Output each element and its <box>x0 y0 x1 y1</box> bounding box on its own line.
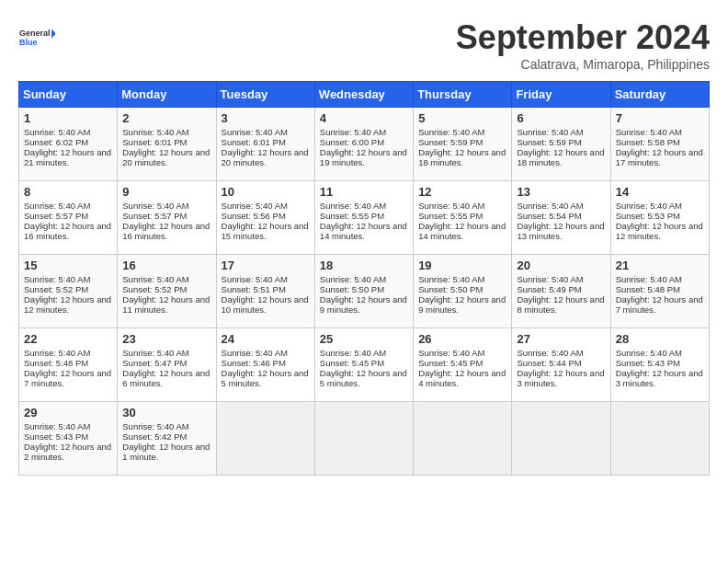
day-number: 10 <box>222 185 310 199</box>
sunrise-label: Sunrise: 5:40 AM <box>24 201 90 211</box>
day-number: 13 <box>517 185 605 199</box>
sunset-label: Sunset: 5:44 PM <box>517 358 581 368</box>
daylight-label: Daylight: 12 hours and 14 minutes. <box>320 221 407 241</box>
sunrise-label: Sunrise: 5:40 AM <box>222 201 288 211</box>
sunset-label: Sunset: 5:46 PM <box>222 358 286 368</box>
sunset-label: Sunset: 5:58 PM <box>616 137 680 147</box>
day-number: 2 <box>122 111 210 125</box>
title-block: September 2024 Calatrava, Mimaropa, Phil… <box>456 18 710 72</box>
daylight-label: Daylight: 12 hours and 13 minutes. <box>517 221 604 241</box>
daylight-label: Daylight: 12 hours and 21 minutes. <box>24 147 111 167</box>
sunrise-label: Sunrise: 5:40 AM <box>122 421 188 431</box>
logo-icon: General Blue <box>18 18 55 55</box>
calendar-day-cell: 25 Sunrise: 5:40 AM Sunset: 5:45 PM Dayl… <box>314 328 413 402</box>
calendar-day-cell: 29 Sunrise: 5:40 AM Sunset: 5:43 PM Dayl… <box>19 402 118 476</box>
sunset-label: Sunset: 5:48 PM <box>616 284 680 294</box>
calendar-table: SundayMondayTuesdayWednesdayThursdayFrid… <box>18 81 710 476</box>
sunset-label: Sunset: 5:48 PM <box>24 358 88 368</box>
sunrise-label: Sunrise: 5:40 AM <box>222 274 288 284</box>
daylight-label: Daylight: 12 hours and 5 minutes. <box>222 368 309 388</box>
day-number: 16 <box>122 259 210 272</box>
sunrise-label: Sunrise: 5:40 AM <box>517 274 583 284</box>
day-number: 30 <box>122 406 210 419</box>
day-number: 14 <box>616 185 704 199</box>
daylight-label: Daylight: 12 hours and 9 minutes. <box>320 294 407 315</box>
calendar-day-cell: 8 Sunrise: 5:40 AM Sunset: 5:57 PM Dayli… <box>19 181 118 255</box>
day-number: 3 <box>222 111 310 125</box>
sunrise-label: Sunrise: 5:40 AM <box>418 274 484 284</box>
calendar-header-cell: Monday <box>118 82 216 108</box>
sunrise-label: Sunrise: 5:40 AM <box>24 127 90 137</box>
day-number: 9 <box>122 185 210 199</box>
daylight-label: Daylight: 12 hours and 7 minutes. <box>24 368 111 388</box>
calendar-day-cell: 28 Sunrise: 5:40 AM Sunset: 5:43 PM Dayl… <box>610 328 709 402</box>
day-number: 12 <box>418 185 506 199</box>
calendar-day-cell: 3 Sunrise: 5:40 AM Sunset: 6:01 PM Dayli… <box>216 108 314 181</box>
calendar-day-cell: 20 Sunrise: 5:40 AM Sunset: 5:49 PM Dayl… <box>512 255 610 328</box>
calendar-day-cell: 23 Sunrise: 5:40 AM Sunset: 5:47 PM Dayl… <box>118 328 216 402</box>
calendar-day-cell: 26 Sunrise: 5:40 AM Sunset: 5:45 PM Dayl… <box>414 328 512 402</box>
day-number: 5 <box>418 111 506 125</box>
calendar-day-cell: 14 Sunrise: 5:40 AM Sunset: 5:53 PM Dayl… <box>610 181 709 255</box>
calendar-day-cell: 5 Sunrise: 5:40 AM Sunset: 5:59 PM Dayli… <box>414 108 512 181</box>
logo: General Blue <box>18 18 55 55</box>
daylight-label: Daylight: 12 hours and 11 minutes. <box>122 294 210 315</box>
daylight-label: Daylight: 12 hours and 17 minutes. <box>616 147 703 167</box>
calendar-week-row: 15 Sunrise: 5:40 AM Sunset: 5:52 PM Dayl… <box>19 255 710 328</box>
sunset-label: Sunset: 5:55 PM <box>320 211 384 221</box>
sunrise-label: Sunrise: 5:40 AM <box>222 127 288 137</box>
daylight-label: Daylight: 12 hours and 5 minutes. <box>320 368 407 388</box>
daylight-label: Daylight: 12 hours and 7 minutes. <box>616 294 703 315</box>
daylight-label: Daylight: 12 hours and 12 minutes. <box>24 294 111 315</box>
calendar-day-cell: 11 Sunrise: 5:40 AM Sunset: 5:55 PM Dayl… <box>314 181 413 255</box>
day-number: 23 <box>122 332 210 346</box>
day-number: 26 <box>418 332 506 346</box>
sunset-label: Sunset: 5:50 PM <box>320 284 384 294</box>
calendar-day-cell <box>216 402 314 476</box>
daylight-label: Daylight: 12 hours and 16 minutes. <box>24 221 111 241</box>
calendar-day-cell: 13 Sunrise: 5:40 AM Sunset: 5:54 PM Dayl… <box>512 181 610 255</box>
calendar-day-cell: 1 Sunrise: 5:40 AM Sunset: 6:02 PM Dayli… <box>19 108 118 181</box>
sunrise-label: Sunrise: 5:40 AM <box>616 348 682 358</box>
calendar-day-cell <box>512 402 610 476</box>
daylight-label: Daylight: 12 hours and 4 minutes. <box>418 368 506 388</box>
sunrise-label: Sunrise: 5:40 AM <box>517 201 583 211</box>
day-number: 19 <box>418 259 506 272</box>
sunset-label: Sunset: 5:53 PM <box>616 211 680 221</box>
sunrise-label: Sunrise: 5:40 AM <box>320 348 386 358</box>
daylight-label: Daylight: 12 hours and 20 minutes. <box>222 147 309 167</box>
sunset-label: Sunset: 5:56 PM <box>222 211 286 221</box>
day-number: 1 <box>24 111 112 125</box>
sunrise-label: Sunrise: 5:40 AM <box>122 274 188 284</box>
calendar-week-row: 8 Sunrise: 5:40 AM Sunset: 5:57 PM Dayli… <box>19 181 710 255</box>
sunset-label: Sunset: 6:00 PM <box>320 137 384 147</box>
daylight-label: Daylight: 12 hours and 8 minutes. <box>517 294 604 315</box>
calendar-day-cell: 15 Sunrise: 5:40 AM Sunset: 5:52 PM Dayl… <box>19 255 118 328</box>
daylight-label: Daylight: 12 hours and 14 minutes. <box>418 221 506 241</box>
calendar-header-cell: Friday <box>512 82 610 108</box>
sunrise-label: Sunrise: 5:40 AM <box>24 348 90 358</box>
svg-marker-2 <box>51 29 55 39</box>
sunset-label: Sunset: 5:59 PM <box>517 137 581 147</box>
sunrise-label: Sunrise: 5:40 AM <box>122 201 188 211</box>
calendar-header-cell: Saturday <box>610 82 709 108</box>
sunrise-label: Sunrise: 5:40 AM <box>418 348 484 358</box>
calendar-header-cell: Sunday <box>19 82 118 108</box>
day-number: 29 <box>24 406 112 419</box>
calendar-day-cell: 17 Sunrise: 5:40 AM Sunset: 5:51 PM Dayl… <box>216 255 314 328</box>
sunrise-label: Sunrise: 5:40 AM <box>616 274 682 284</box>
calendar-day-cell: 16 Sunrise: 5:40 AM Sunset: 5:52 PM Dayl… <box>118 255 216 328</box>
day-number: 28 <box>616 332 704 346</box>
day-number: 20 <box>517 259 605 272</box>
calendar-day-cell <box>610 402 709 476</box>
sunrise-label: Sunrise: 5:40 AM <box>616 201 682 211</box>
calendar-day-cell: 2 Sunrise: 5:40 AM Sunset: 6:01 PM Dayli… <box>118 108 216 181</box>
sunset-label: Sunset: 5:45 PM <box>320 358 384 368</box>
calendar-day-cell: 18 Sunrise: 5:40 AM Sunset: 5:50 PM Dayl… <box>314 255 413 328</box>
sunset-label: Sunset: 5:59 PM <box>418 137 483 147</box>
day-number: 22 <box>24 332 112 346</box>
sunset-label: Sunset: 5:47 PM <box>122 358 187 368</box>
day-number: 18 <box>320 259 408 272</box>
day-number: 8 <box>24 185 112 199</box>
daylight-label: Daylight: 12 hours and 1 minute. <box>122 442 210 462</box>
